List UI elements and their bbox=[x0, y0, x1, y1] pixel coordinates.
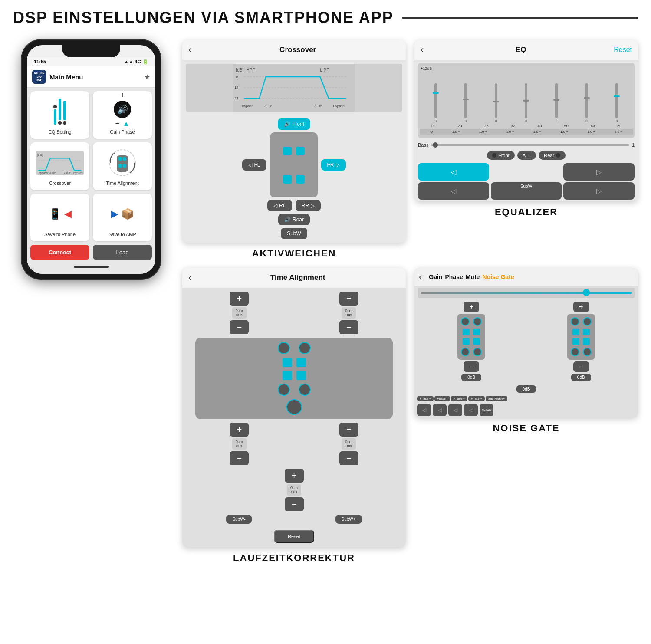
rear-speaker-btn[interactable]: 🔊 Rear bbox=[278, 214, 310, 225]
eq-fader-6: 0 bbox=[615, 83, 618, 123]
fader-knob-6[interactable] bbox=[614, 95, 620, 97]
ta-subw-minus-btn[interactable]: SubW- bbox=[226, 515, 251, 524]
arrow-left-icon: ▶ bbox=[111, 208, 118, 220]
ta-rl-minus[interactable]: − bbox=[230, 451, 249, 465]
page-title: DSP EINSTELLUNGEN VIA SMARTPHONE APP bbox=[13, 9, 394, 27]
ng-phase-3[interactable]: Phase + bbox=[451, 396, 467, 401]
speaker-middle-row: ◁ FL bbox=[242, 132, 345, 197]
tile-crossover-content: [dB] Bypass 20Hz 20Hz Bypass bbox=[35, 147, 85, 179]
ng-car2-minus[interactable]: − bbox=[573, 361, 589, 372]
ta-rr-plus[interactable]: + bbox=[339, 423, 358, 437]
fader-knob-4[interactable] bbox=[553, 99, 559, 101]
ng-icon-3[interactable]: ◁ bbox=[448, 404, 462, 416]
bass-label: Bass bbox=[418, 142, 428, 148]
eq-back-icon[interactable]: ‹ bbox=[421, 44, 424, 56]
ng-phase-1[interactable]: Phase + bbox=[417, 396, 434, 401]
bass-slider[interactable] bbox=[431, 144, 629, 146]
ta-subw-minus-bottom[interactable]: − bbox=[285, 497, 304, 511]
fader-knob-2[interactable] bbox=[493, 101, 499, 102]
ng-subw-phase[interactable]: Sub Phase+ bbox=[486, 396, 507, 401]
ta-rr-minus[interactable]: − bbox=[339, 451, 358, 465]
eq-sp-subw[interactable]: SubW bbox=[491, 182, 562, 200]
fader-knob-1[interactable] bbox=[463, 99, 469, 100]
tile-crossover[interactable]: [dB] Bypass 20Hz 20Hz Bypass bbox=[30, 142, 89, 190]
ng-phase-4[interactable]: Phase + bbox=[468, 396, 485, 401]
ta-top-controls: + 0cm0us − + 0cm0us − bbox=[182, 288, 406, 338]
ng-car2-seats bbox=[572, 329, 590, 335]
fr-speaker-btn[interactable]: FR ▷ bbox=[321, 159, 346, 171]
eq-reset-btn[interactable]: Reset bbox=[614, 46, 632, 54]
eq-sp-rr[interactable]: ▷ bbox=[563, 182, 635, 200]
eq-sp-fl[interactable]: ◁ bbox=[418, 163, 489, 181]
ng-back-icon[interactable]: ‹ bbox=[419, 271, 422, 283]
ta-fr-plus[interactable]: + bbox=[339, 292, 358, 306]
screenshots-grid: ‹ Crossover [dB] HPF L PF 0 -12 -24 bbox=[182, 40, 638, 564]
eq-sp-fr-icon: ▷ bbox=[596, 168, 602, 176]
eq-sp-rl[interactable]: ◁ bbox=[418, 182, 489, 200]
status-network: ▲▲ 4G 🔋 bbox=[124, 59, 148, 65]
rr-label: RR bbox=[302, 203, 309, 209]
ta-fr-minus[interactable]: − bbox=[339, 320, 358, 334]
phone-app-screen: 11:55 ▲▲ 4G 🔋 AXTON590DSP Main Menu ★ bbox=[27, 57, 155, 274]
crossover-back-icon[interactable]: ‹ bbox=[188, 44, 191, 56]
tile-time[interactable]: Time Alignment bbox=[93, 142, 152, 190]
ta-fl-minus[interactable]: − bbox=[230, 320, 249, 334]
ng-icon-4[interactable]: ◁ bbox=[464, 404, 478, 416]
ta-subw-plus-top[interactable]: + bbox=[285, 469, 304, 483]
load-button[interactable]: Load bbox=[93, 245, 152, 260]
fader-num-2: 0 bbox=[495, 119, 497, 123]
ta-rr-value: 0cm0us bbox=[342, 438, 356, 450]
ng-car2-plus[interactable]: + bbox=[573, 302, 589, 312]
svg-text:Bypass: Bypass bbox=[242, 104, 253, 108]
ta-rl-plus[interactable]: + bbox=[230, 423, 249, 437]
subw-btn[interactable]: SubW bbox=[281, 228, 307, 239]
f0-40: 40 bbox=[537, 124, 542, 128]
ta-seat-fl bbox=[283, 358, 292, 367]
ng-icon-2[interactable]: ◁ bbox=[433, 404, 447, 416]
ng-gain-slider[interactable] bbox=[418, 288, 635, 298]
ng-car2: + bbox=[528, 302, 635, 381]
tile-gain[interactable]: + 🔊 − ▲ Gain Phase bbox=[93, 91, 152, 139]
fl-speaker-btn[interactable]: ◁ FL bbox=[242, 159, 266, 171]
connect-button[interactable]: Connect bbox=[30, 245, 89, 260]
ng-cars-area: + bbox=[414, 300, 638, 383]
ng-icon-1[interactable]: ◁ bbox=[417, 404, 431, 416]
fl-label: FL bbox=[254, 162, 260, 168]
rr-speaker-btn[interactable]: RR ▷ bbox=[296, 200, 321, 211]
star-icon[interactable]: ★ bbox=[144, 73, 150, 81]
rear-icon: 🔊 bbox=[284, 217, 291, 223]
ta-section-label: LAUFZEITKORREKTUR bbox=[233, 552, 355, 564]
ng-center-odb-val: 0dB bbox=[516, 385, 536, 393]
phone-notch bbox=[62, 45, 120, 57]
ng-center-odb: 0dB bbox=[414, 383, 638, 394]
ng-gain-knob[interactable] bbox=[583, 289, 590, 296]
tile-crossover-label: Crossover bbox=[49, 181, 71, 186]
rear-channel-btn[interactable]: Rear bbox=[539, 151, 566, 160]
gain-speaker-icon: 🔊 bbox=[114, 101, 131, 118]
ta-reset-btn[interactable]: Reset bbox=[274, 530, 314, 543]
all-channel-btn[interactable]: ALL bbox=[517, 151, 536, 160]
bass-knob[interactable] bbox=[433, 142, 438, 148]
front-speaker-btn[interactable]: 🔊 Front bbox=[278, 118, 310, 130]
ng-car1-minus[interactable]: − bbox=[464, 361, 479, 372]
fader-knob-0[interactable] bbox=[433, 92, 439, 94]
eq-sp-fr[interactable]: ▷ bbox=[563, 163, 635, 181]
rear-channel-label: Rear bbox=[544, 153, 554, 158]
ta-back-icon[interactable]: ‹ bbox=[188, 272, 191, 283]
tile-save-phone[interactable]: 📱 ◀ Save to Phone bbox=[30, 194, 89, 241]
fader-knob-5[interactable] bbox=[584, 97, 590, 99]
ta-fl-plus[interactable]: + bbox=[230, 292, 249, 306]
eq-sp-empty-1 bbox=[491, 163, 562, 181]
tile-eq[interactable]: EQ Setting bbox=[30, 91, 89, 139]
svg-rect-11 bbox=[118, 164, 122, 168]
ta-subw-plus-btn[interactable]: SubW+ bbox=[335, 515, 362, 524]
fader-track-5 bbox=[585, 83, 588, 118]
fader-knob-3[interactable] bbox=[523, 100, 529, 102]
tile-save-amp[interactable]: ▶ 📦 Save to AMP bbox=[93, 194, 152, 241]
ng-icon-subw[interactable]: SubW bbox=[480, 404, 493, 416]
ng-car1: + bbox=[418, 302, 525, 381]
ng-phase-2[interactable]: Phase - bbox=[434, 396, 450, 401]
ng-car1-plus[interactable]: + bbox=[464, 302, 479, 312]
front-channel-btn[interactable]: Front bbox=[487, 151, 515, 160]
rl-speaker-btn[interactable]: ◁ RL bbox=[267, 200, 292, 211]
